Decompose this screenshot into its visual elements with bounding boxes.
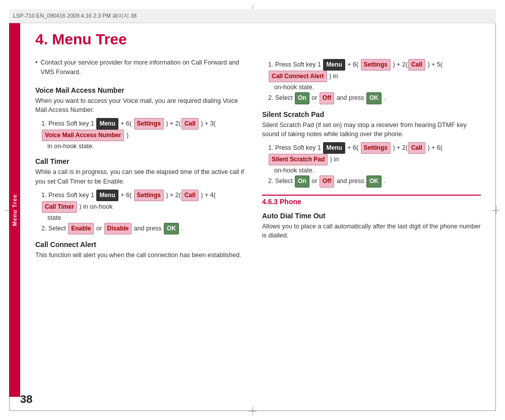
- crosshair-bottom: [248, 407, 257, 415]
- call-timer-steps: 1. Press Soft key 1 Menu + 6( Settings )…: [41, 190, 247, 235]
- section-call-timer-heading: Call Timer: [35, 157, 247, 165]
- call-timer-step2: 2. Select Enable or Disable and press OK…: [41, 223, 247, 234]
- key-settings-1: Settings: [134, 118, 164, 130]
- phone-section: 4.6.3 Phone Auto Dial Time Out Allows yo…: [262, 195, 481, 241]
- key-calltimer: Call Timer: [42, 201, 77, 213]
- header-text: LSP-710 EN_090416 2009.4.16 2:3 PM 페이지 3…: [13, 12, 137, 20]
- two-column-layout: • Contact your service provider for more…: [35, 58, 481, 263]
- key-ok-2: OK: [366, 92, 382, 104]
- bullet-text: Contact your service provider for more i…: [41, 58, 247, 77]
- silent-scratch-steps: 1. Press Soft key 1 Menu + 6( Settings )…: [268, 142, 481, 188]
- key-off-2: Off: [320, 175, 334, 187]
- phone-section-title: 4.6.3 Phone: [262, 198, 481, 206]
- section-silent-scratch-body: Silent Scratch Pad (if set on) may stop …: [262, 121, 481, 140]
- section-call-timer-body: While a call is in progress, you can see…: [35, 167, 247, 187]
- key-call-2: Call: [181, 190, 199, 201]
- main-content: 4. Menu Tree • Contact your service prov…: [20, 23, 491, 406]
- section-silent-scratch-heading: Silent Scratch Pad: [262, 110, 481, 118]
- key-on-1: On: [295, 92, 309, 104]
- silent-scratch-step1: 1. Press Soft key 1 Menu + 6( Settings )…: [268, 142, 481, 165]
- bullet-block: • Contact your service provider for more…: [35, 58, 247, 80]
- key-on-2: On: [295, 175, 309, 187]
- call-connect-steps: 1. Press Soft key 1 Menu + 6( Settings )…: [268, 59, 481, 104]
- section-voice-mail-body: When you want to access your Voice mail,…: [35, 96, 247, 115]
- silent-scratch-step2: 2. Select On or Off and press OK .: [268, 175, 481, 187]
- key-ok-3: OK: [366, 175, 382, 187]
- call-connect-step1-cont: on-hook state.: [274, 82, 481, 92]
- side-label: Menu Tree: [9, 23, 20, 397]
- crosshair-right: [492, 206, 500, 214]
- call-connect-step2: 2. Select On or Off and press OK .: [268, 92, 481, 104]
- key-settings-2: Settings: [134, 190, 164, 201]
- key-menu-1: Menu: [96, 118, 118, 130]
- silent-scratch-step1-cont: on-hook state.: [274, 165, 481, 175]
- key-voicemail: Voice Mail Access Number: [42, 130, 124, 141]
- key-call-3: Call: [408, 59, 425, 71]
- key-off-1: Off: [320, 92, 334, 104]
- key-settings-3: Settings: [361, 59, 391, 71]
- call-timer-step1: 1. Press Soft key 1 Menu + 6( Settings )…: [41, 190, 247, 213]
- main-title: 4. Menu Tree: [35, 31, 481, 48]
- voice-mail-step1-cont: in on-hook state.: [47, 141, 247, 151]
- section-voice-mail-heading: Voice Mail Access Number: [35, 86, 247, 94]
- section-call-connect-heading: Call Connect Alert: [35, 241, 247, 249]
- key-enable: Enable: [68, 223, 94, 234]
- key-menu-2: Menu: [96, 190, 118, 201]
- header-bar: LSP-710 EN_090416 2009.4.16 2:3 PM 페이지 3…: [9, 9, 496, 23]
- voice-mail-step1: 1. Press Soft key 1 Menu + 6( Settings )…: [41, 118, 247, 141]
- auto-dial-heading: Auto Dial Time Out: [262, 212, 481, 220]
- call-timer-step1-cont: state.: [47, 213, 247, 223]
- side-label-text: Menu Tree: [12, 194, 18, 226]
- key-silentscratch: Silent Scratch Pad: [269, 154, 328, 165]
- key-call-4: Call: [408, 142, 425, 154]
- key-menu-4: Menu: [323, 142, 345, 154]
- auto-dial-body: Allows you to place a call automatically…: [262, 222, 481, 241]
- section-call-connect-body: This function will alert you when the ca…: [35, 251, 247, 260]
- left-column: • Contact your service provider for more…: [35, 58, 247, 263]
- key-call-1: Call: [181, 118, 199, 130]
- bullet-dot: •: [35, 58, 38, 80]
- key-settings-4: Settings: [361, 142, 391, 154]
- call-connect-step1: 1. Press Soft key 1 Menu + 6( Settings )…: [268, 59, 481, 82]
- right-column: 1. Press Soft key 1 Menu + 6( Settings )…: [262, 58, 481, 263]
- key-disable: Disable: [104, 223, 132, 234]
- key-callconnect: Call Connect Alert: [269, 71, 327, 82]
- key-ok-1: OK: [164, 223, 179, 234]
- voice-mail-steps: 1. Press Soft key 1 Menu + 6( Settings )…: [41, 118, 247, 151]
- key-menu-3: Menu: [323, 59, 345, 71]
